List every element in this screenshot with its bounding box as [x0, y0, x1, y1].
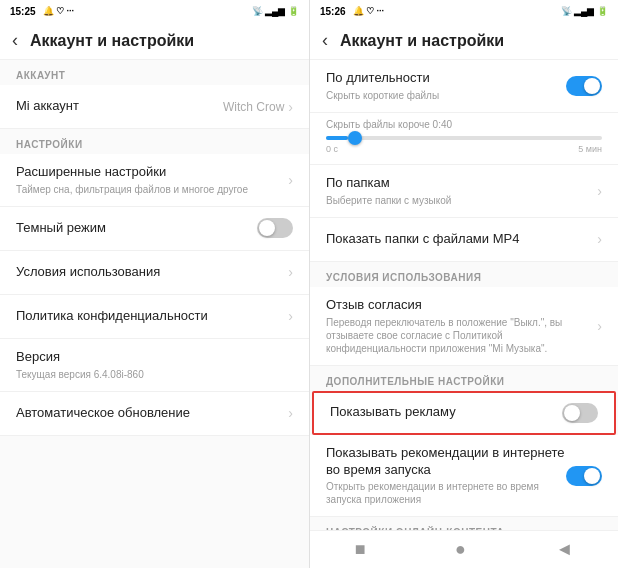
dark-mode-toggle-knob — [259, 220, 275, 236]
show-recommendations-item: Показывать рекомендации в интернете во в… — [310, 435, 618, 518]
advanced-settings-item[interactable]: Расширенные настройки Таймер сна, фильтр… — [0, 154, 309, 207]
nav-square-icon[interactable]: ■ — [355, 539, 366, 560]
version-title: Версия — [16, 349, 293, 366]
left-status-time: 15:25 🔔 ♡ ··· — [10, 6, 74, 17]
by-folder-chevron: › — [597, 183, 602, 199]
by-folder-item[interactable]: По папкам Выберите папки с музыкой › — [310, 165, 618, 218]
right-panel: 15:26 🔔 ♡ ··· 📡 ▂▄▆ 🔋 ‹ Аккаунт и настро… — [309, 0, 618, 568]
right-content: По длительности Скрыть короткие файлы Ск… — [310, 60, 618, 530]
auto-update-chevron: › — [288, 405, 293, 421]
mi-account-title: Mi аккаунт — [16, 98, 223, 115]
nav-circle-icon[interactable]: ● — [455, 539, 466, 560]
feedback-title: Отзыв согласия — [326, 297, 597, 314]
show-mp4-item[interactable]: Показать папки с файлами MP4 › — [310, 218, 618, 262]
feedback-item[interactable]: Отзыв согласия Переводя переключатель в … — [310, 287, 618, 366]
by-folder-subtitle: Выберите папки с музыкой — [326, 194, 597, 207]
show-recommendations-toggle-knob — [584, 468, 600, 484]
right-status-bar: 15:26 🔔 ♡ ··· 📡 ▂▄▆ 🔋 — [310, 0, 618, 22]
mi-account-chevron: › — [288, 99, 293, 115]
feedback-subtitle: Переводя переключатель в положение "Выкл… — [326, 316, 597, 355]
right-status-time: 15:26 🔔 ♡ ··· — [320, 6, 384, 17]
by-duration-toggle[interactable] — [566, 76, 602, 96]
dark-mode-item: Темный режим — [0, 207, 309, 251]
show-mp4-chevron: › — [597, 231, 602, 247]
slider-label: Скрыть файлы короче 0:40 — [326, 119, 602, 130]
advanced-settings-title: Расширенные настройки — [16, 164, 288, 181]
auto-update-title: Автоматическое обновление — [16, 405, 288, 422]
right-terms-label: УСЛОВИЯ ИСПОЛЬЗОВАНИЯ — [310, 262, 618, 287]
left-back-button[interactable]: ‹ — [12, 30, 18, 51]
by-duration-title: По длительности — [326, 70, 566, 87]
left-section-settings-label: НАСТРОЙКИ — [0, 129, 309, 154]
right-status-right: 📡 ▂▄▆ 🔋 — [561, 6, 608, 16]
privacy-chevron: › — [288, 308, 293, 324]
left-status-icons: 🔔 ♡ ··· — [43, 6, 75, 16]
privacy-item[interactable]: Политика конфиденциальности › — [0, 295, 309, 339]
show-ads-toggle-knob — [564, 405, 580, 421]
mi-account-item[interactable]: Mi аккаунт Witch Crow › — [0, 85, 309, 129]
by-duration-toggle-knob — [584, 78, 600, 94]
left-header-title: Аккаунт и настройки — [30, 32, 194, 50]
bottom-nav: ■ ● ◄ — [310, 530, 618, 568]
left-content: АККАУНТ Mi аккаунт Witch Crow › НАСТРОЙК… — [0, 60, 309, 568]
left-status-right: 📡 ▂▄▆ 🔋 — [252, 6, 299, 16]
left-section-account-label: АККАУНТ — [0, 60, 309, 85]
version-subtitle: Текущая версия 6.4.08i-860 — [16, 368, 293, 381]
slider-row: Скрыть файлы короче 0:40 0 с 5 мин — [310, 113, 618, 165]
show-mp4-title: Показать папки с файлами MP4 — [326, 231, 597, 248]
right-online-label: НАСТРОЙКИ ОНЛАЙН-КОНТЕНТА — [310, 517, 618, 530]
by-duration-subtitle: Скрыть короткие файлы — [326, 89, 566, 102]
feedback-chevron: › — [597, 318, 602, 334]
show-ads-item: Показывать рекламу — [312, 391, 616, 435]
version-item: Версия Текущая версия 6.4.08i-860 — [0, 339, 309, 392]
slider-fill — [326, 136, 348, 140]
left-status-bar: 15:25 🔔 ♡ ··· 📡 ▂▄▆ 🔋 — [0, 0, 309, 22]
slider-thumb[interactable] — [348, 131, 362, 145]
slider-min: 0 с — [326, 144, 338, 154]
right-status-icons: 🔔 ♡ ··· — [353, 6, 385, 16]
show-ads-title: Показывать рекламу — [330, 404, 562, 421]
terms-title: Условия использования — [16, 264, 288, 281]
mi-account-value: Witch Crow — [223, 100, 284, 114]
auto-update-item[interactable]: Автоматическое обновление › — [0, 392, 309, 436]
dark-mode-title: Темный режим — [16, 220, 257, 237]
dark-mode-toggle[interactable] — [257, 218, 293, 238]
right-back-button[interactable]: ‹ — [322, 30, 328, 51]
left-panel: 15:25 🔔 ♡ ··· 📡 ▂▄▆ 🔋 ‹ Аккаунт и настро… — [0, 0, 309, 568]
left-header: ‹ Аккаунт и настройки — [0, 22, 309, 60]
nav-back-icon[interactable]: ◄ — [555, 539, 573, 560]
show-recommendations-subtitle: Открыть рекомендации в интернете во врем… — [326, 480, 566, 506]
slider-max: 5 мин — [578, 144, 602, 154]
right-header-title: Аккаунт и настройки — [340, 32, 504, 50]
privacy-title: Политика конфиденциальности — [16, 308, 288, 325]
advanced-settings-chevron: › — [288, 172, 293, 188]
by-duration-item: По длительности Скрыть короткие файлы — [310, 60, 618, 113]
slider-track[interactable] — [326, 136, 602, 140]
show-recommendations-toggle[interactable] — [566, 466, 602, 486]
slider-endpoints: 0 с 5 мин — [326, 144, 602, 154]
advanced-settings-subtitle: Таймер сна, фильтрация файлов и многое д… — [16, 183, 288, 196]
show-recommendations-title: Показывать рекомендации в интернете во в… — [326, 445, 566, 479]
show-ads-toggle[interactable] — [562, 403, 598, 423]
right-additional-label: ДОПОЛНИТЕЛЬНЫЕ НАСТРОЙКИ — [310, 366, 618, 391]
right-header: ‹ Аккаунт и настройки — [310, 22, 618, 60]
by-folder-title: По папкам — [326, 175, 597, 192]
terms-item[interactable]: Условия использования › — [0, 251, 309, 295]
terms-chevron: › — [288, 264, 293, 280]
